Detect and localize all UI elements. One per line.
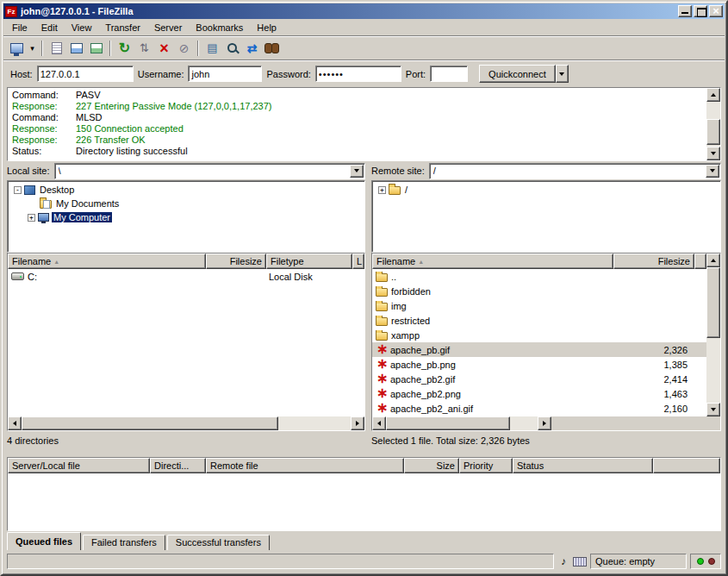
remote-file-list: ..forbiddenimgrestrictedxamppapache_pb.g…: [372, 269, 706, 416]
tree-item-my-documents[interactable]: My Documents: [8, 197, 364, 210]
toolbar-button-compare[interactable]: [222, 39, 242, 58]
scroll-track[interactable]: [386, 416, 538, 430]
scroll-thumb[interactable]: [22, 416, 278, 430]
menu-item-file[interactable]: File: [5, 20, 34, 35]
column-header-filler: [694, 254, 706, 269]
column-header-remote-file[interactable]: Remote file: [206, 458, 404, 473]
toolbar-button-toggle-message-log[interactable]: [47, 39, 66, 58]
file-row-apache-pb-png[interactable]: apache_pb.png1,385: [372, 357, 706, 372]
menu-item-help[interactable]: Help: [250, 20, 283, 35]
column-header-size[interactable]: Size: [404, 458, 459, 473]
scroll-down-button[interactable]: [706, 403, 720, 416]
log-line-text: 227 Entering Passive Mode (127,0,0,1,17,…: [76, 101, 271, 112]
port-input[interactable]: [430, 66, 468, 82]
column-header-status[interactable]: Status: [513, 458, 653, 473]
scroll-right-button[interactable]: [538, 416, 551, 430]
toolbar-button-refresh[interactable]: [115, 39, 134, 58]
quickconnect-dropdown[interactable]: [556, 65, 569, 83]
column-header-filetype[interactable]: Filetype: [266, 254, 352, 269]
tree-item-root[interactable]: +/: [372, 183, 720, 197]
toolbar-button-find[interactable]: [262, 39, 282, 58]
column-header-priority[interactable]: Priority: [459, 458, 513, 473]
remote-site-combo[interactable]: /: [429, 163, 721, 179]
tree-item-my-computer[interactable]: +My Computer: [8, 210, 364, 224]
file-row-c[interactable]: C:Local Disk: [8, 269, 364, 284]
menu-item-bookmarks[interactable]: Bookmarks: [189, 20, 250, 35]
toolbar-button-toggle-local-tree[interactable]: [66, 39, 86, 58]
scroll-thumb[interactable]: [386, 416, 510, 430]
remote-site-dropdown[interactable]: [706, 165, 719, 178]
tab-successful-transfers[interactable]: Successful transfers: [167, 535, 270, 550]
column-header-filename[interactable]: Filename▲: [372, 254, 613, 269]
scroll-thumb[interactable]: [706, 119, 720, 145]
toolbar-button-site-manager-dropdown[interactable]: [27, 39, 38, 58]
toolbar-button-process-queue[interactable]: [134, 39, 154, 58]
file-row-img[interactable]: img: [372, 298, 706, 313]
minimize-button[interactable]: [678, 5, 692, 17]
tree-item-desktop[interactable]: -Desktop: [8, 183, 364, 197]
file-row-parent-directory[interactable]: ..: [372, 269, 706, 284]
column-header-server-local-file[interactable]: Server/Local file: [8, 458, 150, 473]
menu-item-view[interactable]: View: [65, 20, 99, 35]
maximize-button[interactable]: [694, 5, 707, 17]
scroll-up-button[interactable]: [706, 88, 720, 102]
scroll-left-button[interactable]: [372, 416, 386, 430]
menu-item-edit[interactable]: Edit: [34, 20, 65, 35]
remote-hscroll[interactable]: [372, 416, 551, 430]
local-site-dropdown[interactable]: [350, 165, 364, 178]
toolbar-button-site-manager[interactable]: [7, 39, 27, 58]
password-input[interactable]: [315, 66, 401, 82]
file-name: apache_pb.gif: [390, 345, 450, 355]
log-scrollbar[interactable]: [706, 88, 720, 160]
audio-notification-icon[interactable]: [557, 555, 569, 567]
scroll-track[interactable]: [706, 267, 720, 403]
menu-item-server[interactable]: Server: [147, 20, 189, 35]
local-site-combo[interactable]: \: [54, 163, 365, 179]
toggle-message-log-icon: [52, 42, 62, 54]
menu-item-transfer[interactable]: Transfer: [98, 20, 147, 35]
tab-failed-transfers[interactable]: Failed transfers: [83, 535, 165, 550]
toolbar-button-toggle-queue[interactable]: [202, 39, 222, 58]
scroll-down-button[interactable]: [706, 147, 720, 160]
keypad-icon[interactable]: [573, 557, 587, 567]
folder-icon: [376, 288, 388, 297]
host-input[interactable]: [37, 66, 134, 82]
toolbar-button-disconnect[interactable]: [174, 39, 194, 58]
scroll-track[interactable]: [22, 416, 351, 430]
tab-queued-files[interactable]: Queued files: [7, 532, 81, 550]
quickconnect-button[interactable]: Quickconnect: [479, 65, 556, 83]
column-header-filesize[interactable]: Filesize: [206, 254, 266, 269]
toolbar-button-toggle-remote-tree[interactable]: [86, 39, 106, 58]
column-header-l[interactable]: L: [352, 254, 364, 269]
file-row-forbidden[interactable]: forbidden: [372, 284, 706, 298]
local-hscroll[interactable]: [8, 416, 364, 430]
column-header-filesize[interactable]: Filesize: [613, 254, 694, 269]
column-header-directi[interactable]: Directi...: [150, 458, 206, 473]
expand-icon[interactable]: +: [28, 214, 35, 222]
splitter[interactable]: [3, 450, 725, 457]
log-line-text: 150 Connection accepted: [76, 123, 184, 135]
scroll-thumb[interactable]: [706, 267, 720, 338]
toolbar-button-sync-browsing[interactable]: [242, 39, 262, 58]
file-row-apache-pb2-gif[interactable]: apache_pb2.gif2,414: [372, 372, 706, 386]
username-input[interactable]: [188, 66, 262, 82]
collapse-icon[interactable]: -: [14, 186, 22, 194]
remote-scrollbar[interactable]: [706, 254, 720, 416]
expand-icon[interactable]: +: [378, 186, 386, 194]
scroll-right-button[interactable]: [351, 416, 364, 430]
file-row-apache-pb-gif[interactable]: apache_pb.gif2,326: [372, 342, 706, 357]
local-file-list: C:Local Disk: [8, 269, 364, 416]
scroll-up-button[interactable]: [706, 254, 720, 267]
close-button[interactable]: [709, 5, 723, 17]
file-row-xampp[interactable]: xampp: [372, 328, 706, 342]
scroll-track[interactable]: [706, 102, 720, 147]
arrow-down-icon: [711, 408, 716, 411]
title-bar[interactable]: john@127.0.0.1 - FileZilla: [3, 3, 725, 19]
scroll-left-button[interactable]: [8, 416, 22, 430]
file-row-restricted[interactable]: restricted: [372, 313, 706, 328]
file-row-apache-pb2-ani-gif[interactable]: apache_pb2_ani.gif2,160: [372, 401, 706, 416]
file-row-apache-pb2-png[interactable]: apache_pb2.png1,463: [372, 386, 706, 401]
toolbar-button-cancel[interactable]: [154, 39, 174, 58]
column-header-filename[interactable]: Filename▲: [8, 254, 206, 269]
activity-led-green: [697, 558, 704, 565]
